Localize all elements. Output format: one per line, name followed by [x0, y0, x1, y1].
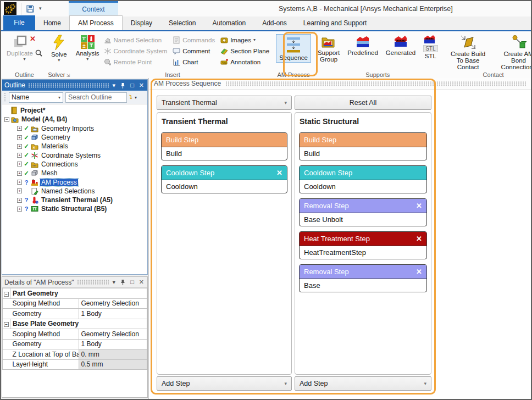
tab-am-process[interactable]: AM Process [69, 15, 123, 30]
tab-learning-and-support[interactable]: Learning and Support [295, 16, 375, 30]
tab-home[interactable]: Home [35, 16, 69, 30]
step-card-header[interactable]: Removal Step✕ [300, 265, 426, 279]
context-tab[interactable]: Context [69, 1, 118, 16]
tree-item-materials[interactable]: +✓Materials [2, 142, 147, 151]
pin-icon[interactable] [119, 279, 126, 285]
expand-icon[interactable]: + [17, 207, 22, 212]
panel-menu-icon[interactable]: ▾ [112, 279, 117, 285]
close-icon[interactable]: ✕ [138, 82, 145, 88]
expand-icon[interactable]: + [17, 126, 22, 131]
insert-item-chart[interactable]: Chart [173, 57, 215, 66]
insert-item-section-plane[interactable]: Section Plane [220, 46, 269, 55]
step-name[interactable]: Base [300, 279, 426, 292]
step-card-build-step-build[interactable]: Build StepBuild [161, 132, 287, 160]
sequence-button[interactable]: Sequence [276, 34, 311, 63]
search-icon[interactable] [35, 49, 42, 57]
tree-item-coordinate-systems[interactable]: +✓Coordinate Systems [2, 151, 147, 159]
step-card-header[interactable]: Cooldown Step✕ [162, 166, 287, 180]
close-step-icon[interactable]: ✕ [416, 268, 422, 276]
delete-icon[interactable]: ✕ [30, 35, 36, 43]
category-collapse-cell[interactable]: − [3, 288, 10, 299]
close-step-icon[interactable]: ✕ [416, 202, 422, 210]
filter-type-dropdown[interactable]: Name ▾ [9, 92, 63, 103]
property-value[interactable]: Geometry Selection [79, 329, 147, 340]
expand-icon[interactable]: + [17, 135, 22, 140]
tree-item-model-a4-b4[interactable]: −Model (A4, B4) [2, 115, 147, 124]
tree-item-geometry[interactable]: +✓Geometry [2, 133, 147, 142]
tree-item-geometry-imports[interactable]: +✓Geometry Imports [2, 124, 147, 133]
expand-icon[interactable]: + [17, 180, 22, 185]
property-value[interactable]: 1 Body [79, 339, 147, 349]
create-build-to-base-contact-button[interactable]: Create Build To Base Contact [445, 34, 492, 71]
search-input[interactable] [65, 92, 127, 103]
step-card-header[interactable]: Build Step [162, 133, 287, 147]
tree-item-mesh[interactable]: +✓Mesh [2, 169, 147, 177]
add-step-dropdown[interactable]: Add Step▾ [157, 376, 292, 391]
category-collapse-cell[interactable]: − [3, 319, 10, 329]
collapse-icon[interactable]: − [4, 322, 9, 327]
tab-add-ons[interactable]: Add-ons [254, 16, 295, 30]
generated-button[interactable]: Generated [384, 34, 418, 57]
reset-all-button[interactable]: Reset All [295, 96, 431, 110]
close-step-icon[interactable]: ✕ [416, 235, 422, 243]
add-step-dropdown[interactable]: Add Step▾ [295, 376, 431, 391]
chevron-down-icon[interactable]: ▾ [135, 95, 137, 100]
tab-automation[interactable]: Automation [204, 16, 254, 30]
tree-item-connections[interactable]: +✓Connections [2, 160, 147, 169]
step-name[interactable]: Base Unbolt [300, 213, 426, 226]
analysis-button[interactable]: ± Analysis ▾ [74, 34, 102, 62]
support-group-button[interactable]: Support Group [315, 34, 342, 63]
step-card-cooldown-step-cooldown[interactable]: Cooldown Step✕Cooldown [161, 165, 287, 193]
step-name[interactable]: HeatTreatmentStep [300, 246, 426, 259]
pin-icon[interactable] [119, 82, 126, 88]
expand-icon[interactable]: + [17, 162, 22, 166]
environment-dropdown[interactable]: Transient Thermal ▾ [157, 96, 292, 110]
close-step-icon[interactable]: ✕ [276, 169, 282, 177]
create-am-bond-connections-button[interactable]: Create AM Bond Connections [495, 34, 532, 71]
step-name[interactable]: Build [300, 147, 426, 160]
property-value[interactable]: Geometry Selection [79, 298, 147, 309]
step-name[interactable]: Cooldown [162, 180, 287, 193]
step-name[interactable]: Build [162, 147, 287, 160]
step-card-removal-step-base-unbolt[interactable]: Removal Step✕Base Unbolt [299, 198, 427, 226]
step-card-removal-step-base[interactable]: Removal Step✕Base [299, 264, 427, 292]
step-card-cooldown-step-cooldown[interactable]: Cooldown StepCooldown [299, 165, 427, 193]
tab-display[interactable]: Display [123, 16, 160, 30]
maximize-icon[interactable]: □ [129, 279, 135, 285]
duplicate-button[interactable]: ✕ Duplicate ▾ [4, 34, 45, 62]
step-card-header[interactable]: Build Step [300, 133, 426, 147]
predefined-button[interactable]: Predefined [345, 34, 380, 57]
step-card-build-step-build[interactable]: Build StepBuild [299, 132, 427, 160]
qat-dropdown-icon[interactable]: ▾ [39, 7, 42, 10]
step-card-header[interactable]: Removal Step✕ [300, 199, 426, 213]
tree-item-static-structural-b5[interactable]: +?Static Structural (B5) [2, 204, 147, 213]
expand-icon[interactable]: + [17, 198, 22, 203]
stl-button[interactable]: STLSTL [421, 34, 440, 60]
expand-icon[interactable]: + [17, 153, 22, 158]
expand-icon[interactable]: + [17, 171, 22, 176]
tree-item-named-selections[interactable]: +Named Selections [2, 187, 147, 196]
insert-item-comment[interactable]: Comment [173, 46, 215, 55]
save-icon[interactable] [26, 4, 35, 13]
insert-item-images[interactable]: Images▾ [220, 35, 269, 45]
step-name[interactable]: Cooldown [300, 180, 426, 193]
panel-menu-icon[interactable]: ▾ [112, 82, 117, 88]
step-card-header[interactable]: Heat Treatment Step✕ [300, 232, 426, 246]
collapse-icon[interactable]: − [4, 292, 9, 297]
insert-item-annotation[interactable]: AbcAnnotation [220, 57, 269, 66]
expand-filter-icon[interactable]: ⤵︎ [129, 94, 132, 100]
expand-icon[interactable]: + [17, 188, 22, 193]
step-card-heat-treatment-step-heattreatmentstep[interactable]: Heat Treatment Step✕HeatTreatmentStep [299, 231, 427, 259]
tab-selection[interactable]: Selection [160, 16, 204, 30]
drag-handle[interactable] [4, 92, 7, 102]
property-value[interactable]: 1 Body [79, 309, 147, 319]
tree-item-project[interactable]: Project* [2, 106, 147, 115]
tree-item-transient-thermal-a5[interactable]: +?Transient Thermal (A5) [2, 196, 147, 204]
solve-button[interactable]: Solve ▾ [49, 34, 69, 63]
collapse-icon[interactable]: − [4, 117, 9, 122]
tab-file[interactable]: File [3, 15, 35, 30]
expand-icon[interactable]: + [17, 144, 22, 149]
tree-item-am-process[interactable]: +?AM Process [2, 177, 147, 186]
step-card-header[interactable]: Cooldown Step [300, 166, 426, 180]
close-icon[interactable]: ✕ [138, 279, 145, 285]
